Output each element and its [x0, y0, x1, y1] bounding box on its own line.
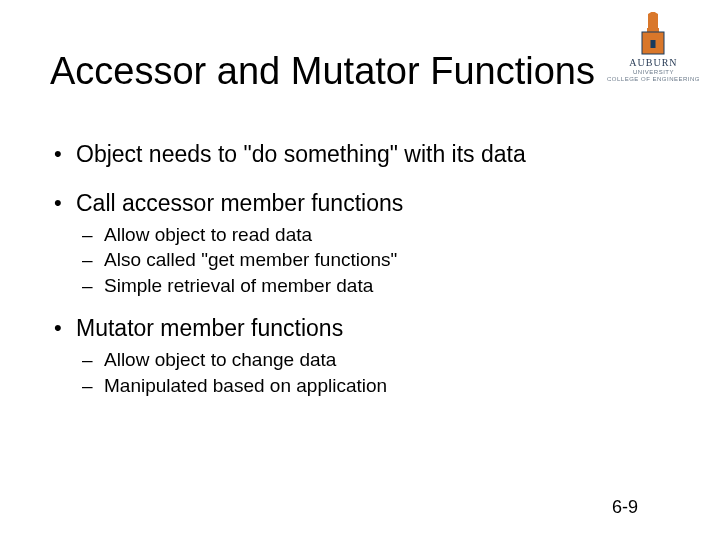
- svg-rect-4: [651, 40, 656, 48]
- sub-bullet-item: Simple retrieval of member data: [76, 273, 680, 299]
- auburn-tower-icon: [636, 12, 670, 56]
- slide-body: Object needs to "do something" with its …: [46, 140, 680, 402]
- bullet-text: Mutator member functions: [76, 315, 343, 341]
- bullet-item: Call accessor member functions Allow obj…: [46, 189, 680, 299]
- slide: AUBURN UNIVERSITY COLLEGE OF ENGINEERING…: [0, 0, 720, 540]
- svg-rect-1: [647, 28, 659, 32]
- bullet-item: Mutator member functions Allow object to…: [46, 314, 680, 398]
- slide-title: Accessor and Mutator Functions: [50, 50, 595, 93]
- sub-bullet-item: Allow object to read data: [76, 222, 680, 248]
- svg-rect-0: [648, 14, 658, 28]
- logo-wordmark: AUBURN: [607, 57, 700, 68]
- sub-bullet-list: Allow object to change data Manipulated …: [76, 347, 680, 398]
- bullet-item: Object needs to "do something" with its …: [46, 140, 680, 169]
- logo-subtext-college: COLLEGE OF ENGINEERING: [607, 76, 700, 82]
- bullet-list: Object needs to "do something" with its …: [46, 140, 680, 398]
- sub-bullet-item: Allow object to change data: [76, 347, 680, 373]
- sub-bullet-list: Allow object to read data Also called "g…: [76, 222, 680, 299]
- bullet-text: Call accessor member functions: [76, 190, 403, 216]
- sub-bullet-item: Also called "get member functions": [76, 247, 680, 273]
- page-number: 6-9: [612, 497, 638, 518]
- university-logo: AUBURN UNIVERSITY COLLEGE OF ENGINEERING: [607, 12, 700, 82]
- sub-bullet-item: Manipulated based on application: [76, 373, 680, 399]
- logo-subtext-university: UNIVERSITY: [607, 69, 700, 75]
